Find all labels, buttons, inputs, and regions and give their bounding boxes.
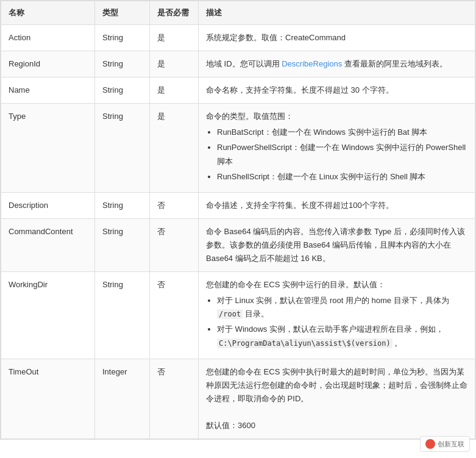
cell-desc: 系统规定参数。取值：CreateCommand (199, 25, 475, 51)
desc-default: 默认值：3600 (206, 419, 467, 432)
list-item: 对于 Windows 实例，默认在云助手客户端进程所在目录，例如，C:\Prog… (217, 323, 467, 349)
cell-name: CommandContent (1, 218, 95, 271)
cell-type: String (95, 104, 150, 192)
cell-type: String (95, 218, 150, 271)
cell-type: Integer (95, 359, 150, 438)
cell-required: 否 (150, 192, 199, 218)
watermark-icon (425, 439, 435, 440)
cell-type: String (95, 272, 150, 359)
cell-desc: 地域 ID。您可以调用 DescribeRegions 查看最新的阿里云地域列表… (199, 51, 475, 77)
cell-name: Description (1, 192, 95, 218)
cell-required: 否 (150, 359, 199, 438)
cell-desc: 命令名称，支持全字符集。长度不得超过 30 个字符。 (199, 77, 475, 104)
cell-required: 否 (150, 218, 199, 271)
table-row: TimeOutInteger否您创建的命令在 ECS 实例中执行时最大的超时时间… (1, 359, 475, 438)
table-row: DescriptionString否命令描述，支持全字符集。长度不得超过100个… (1, 192, 475, 218)
list-item: RunShellScript：创建一个在 Linux 实例中运行的 Shell … (217, 170, 467, 184)
table-row: CommandContentString否命令 Base64 编码后的内容。当您… (1, 218, 475, 271)
cell-type: String (95, 25, 150, 51)
cell-required: 是 (150, 104, 199, 192)
table-row: RegionIdString是地域 ID。您可以调用 DescribeRegio… (1, 51, 475, 77)
cell-name: TimeOut (1, 359, 95, 438)
cell-desc: 您创建的命令在 ECS 实例中运行的目录。默认值：对于 Linux 实例，默认在… (199, 272, 475, 359)
cell-type: String (95, 192, 150, 218)
code-span: /root (217, 309, 243, 319)
desc-intro: 命令的类型。取值范围： (206, 110, 467, 123)
desc-intro: 您创建的命令在 ECS 实例中运行的目录。默认值： (206, 278, 467, 292)
watermark: 创新互联 (420, 436, 470, 440)
cell-desc: 您创建的命令在 ECS 实例中执行时最大的超时时间，单位为秒。当因为某种原因无法… (199, 359, 475, 438)
header-name: 名称 (1, 1, 95, 25)
cell-required: 是 (150, 77, 199, 104)
desc-text: 您创建的命令在 ECS 实例中执行时最大的超时时间，单位为秒。当因为某种原因无法… (206, 365, 467, 406)
cell-desc: 命令描述，支持全字符集。长度不得超过100个字符。 (199, 192, 475, 218)
table-row: ActionString是系统规定参数。取值：CreateCommand (1, 25, 475, 51)
cell-name: Name (1, 77, 95, 104)
table-row: WorkingDirString否您创建的命令在 ECS 实例中运行的目录。默认… (1, 272, 475, 359)
code-span: C:\ProgramData\aliyun\assist\$(version) (217, 338, 393, 348)
cell-name: Action (1, 25, 95, 51)
header-required: 是否必需 (150, 1, 199, 25)
cell-desc: 命令 Base64 编码后的内容。当您传入请求参数 Type 后，必须同时传入该… (199, 218, 475, 271)
cell-name: Type (1, 104, 95, 192)
watermark-text: 创新互联 (438, 440, 464, 440)
cell-name: RegionId (1, 51, 95, 77)
header-desc: 描述 (199, 1, 475, 25)
cell-desc: 命令的类型。取值范围：RunBatScript：创建一个在 Windows 实例… (199, 104, 475, 192)
describe-regions-link[interactable]: DescribeRegions (282, 59, 342, 68)
header-type: 类型 (95, 1, 150, 25)
cell-required: 否 (150, 272, 199, 359)
cell-type: String (95, 77, 150, 104)
list-item: RunPowerShellScript：创建一个在 Windows 实例中运行的… (217, 141, 467, 168)
cell-name: WorkingDir (1, 272, 95, 359)
desc-list: RunBatScript：创建一个在 Windows 实例中运行的 Bat 脚本… (206, 126, 467, 183)
list-item: RunBatScript：创建一个在 Windows 实例中运行的 Bat 脚本 (217, 126, 467, 139)
desc-list: 对于 Linux 实例，默认在管理员 root 用户的 home 目录下，具体为… (206, 294, 467, 349)
table-row: TypeString是命令的类型。取值范围：RunBatScript：创建一个在… (1, 104, 475, 192)
table-row: NameString是命令名称，支持全字符集。长度不得超过 30 个字符。 (1, 77, 475, 104)
cell-type: String (95, 51, 150, 77)
cell-required: 是 (150, 25, 199, 51)
list-item: 对于 Linux 实例，默认在管理员 root 用户的 home 目录下，具体为… (217, 294, 467, 321)
cell-required: 是 (150, 51, 199, 77)
